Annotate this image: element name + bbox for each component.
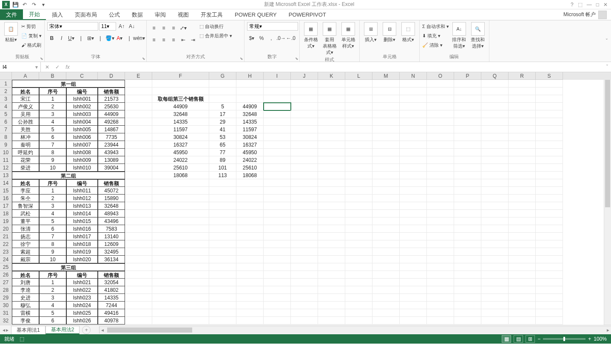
cell[interactable] [236, 248, 264, 256]
cell[interactable] [536, 141, 563, 149]
row-header[interactable]: 25 [0, 263, 12, 271]
cell[interactable] [481, 95, 509, 103]
cell[interactable] [125, 133, 152, 141]
cell[interactable] [454, 164, 481, 172]
cell[interactable]: 48943 [98, 210, 125, 217]
cell[interactable] [264, 225, 291, 233]
cell[interactable] [536, 187, 563, 195]
cell[interactable] [372, 95, 400, 103]
close-icon[interactable]: ✕ [603, 2, 608, 8]
cell[interactable] [264, 179, 291, 187]
cell[interactable] [481, 164, 509, 172]
cell[interactable] [345, 225, 372, 233]
cell[interactable] [454, 240, 481, 248]
cell[interactable]: lshh013 [66, 202, 98, 210]
cell[interactable] [509, 118, 536, 126]
column-header[interactable]: G [209, 72, 236, 80]
cell[interactable] [400, 271, 427, 279]
row-header[interactable]: 16 [0, 195, 12, 202]
cell[interactable]: 李俊 [12, 317, 39, 324]
cell[interactable] [427, 95, 454, 103]
cell[interactable]: 序号 [39, 271, 66, 279]
cell[interactable] [264, 202, 291, 210]
cell[interactable]: lshh026 [66, 317, 98, 324]
cell[interactable] [372, 279, 400, 286]
cell[interactable] [291, 286, 318, 294]
cell[interactable] [509, 217, 536, 225]
cell[interactable] [209, 271, 236, 279]
cell[interactable] [509, 195, 536, 202]
cell[interactable] [291, 210, 318, 217]
cell[interactable] [209, 286, 236, 294]
cell[interactable] [318, 156, 345, 164]
cell[interactable] [264, 164, 291, 172]
sheet-nav-first-icon[interactable]: ◂ [3, 327, 5, 333]
tab-page-layout[interactable]: 页面布局 [69, 9, 103, 20]
cell[interactable] [400, 217, 427, 225]
cell[interactable]: 10 [39, 164, 66, 172]
cell[interactable] [400, 187, 427, 195]
cell[interactable]: 8 [39, 240, 66, 248]
cell[interactable] [209, 95, 236, 103]
cell[interactable]: 3 [39, 294, 66, 302]
cell[interactable] [318, 80, 345, 87]
cell[interactable] [454, 217, 481, 225]
cell[interactable] [454, 149, 481, 156]
cell[interactable] [481, 210, 509, 217]
cell[interactable] [264, 256, 291, 263]
cell[interactable] [236, 256, 264, 263]
cell[interactable]: lshh025 [66, 309, 98, 317]
cell[interactable]: 吴用 [12, 110, 39, 118]
cell[interactable]: lshh020 [66, 256, 98, 263]
cell[interactable] [427, 210, 454, 217]
cell[interactable]: 24022 [152, 156, 209, 164]
cell[interactable] [264, 126, 291, 133]
row-header[interactable]: 1 [0, 80, 12, 87]
cell[interactable]: lshh023 [66, 294, 98, 302]
cell[interactable] [400, 103, 427, 110]
cell[interactable] [481, 179, 509, 187]
cell[interactable] [536, 210, 563, 217]
cell[interactable] [509, 240, 536, 248]
cell[interactable]: 18068 [152, 172, 209, 179]
cell[interactable] [509, 172, 536, 179]
row-header[interactable]: 27 [0, 279, 12, 286]
cell[interactable] [125, 164, 152, 172]
cell[interactable] [400, 309, 427, 317]
cell[interactable]: 3 [39, 202, 66, 210]
cell[interactable] [291, 263, 318, 271]
tab-home[interactable]: 开始 [23, 9, 46, 20]
cell[interactable] [427, 240, 454, 248]
cell[interactable] [372, 187, 400, 195]
cell[interactable]: 13089 [98, 156, 125, 164]
phonetic-button[interactable]: wén▾ [134, 34, 144, 42]
cell[interactable] [152, 217, 209, 225]
column-header[interactable]: D [98, 72, 125, 80]
cell[interactable]: 18068 [236, 172, 264, 179]
cell[interactable] [509, 263, 536, 271]
format-table-button[interactable]: ▦套用 表格格式▾ [321, 22, 338, 56]
cell[interactable] [345, 172, 372, 179]
cell[interactable] [481, 286, 509, 294]
cell[interactable] [536, 294, 563, 302]
tab-review[interactable]: 审阅 [149, 9, 172, 20]
cell[interactable] [345, 179, 372, 187]
cell[interactable] [209, 210, 236, 217]
cell[interactable] [318, 317, 345, 324]
cell[interactable] [291, 95, 318, 103]
cell[interactable] [400, 248, 427, 256]
cell[interactable] [481, 118, 509, 126]
cell[interactable] [400, 80, 427, 87]
zoom-slider[interactable] [543, 338, 585, 340]
cell[interactable] [372, 179, 400, 187]
cell[interactable]: 7 [39, 141, 66, 149]
cell[interactable] [536, 179, 563, 187]
cell[interactable] [400, 172, 427, 179]
cell[interactable] [400, 95, 427, 103]
cell[interactable]: lshh002 [66, 103, 98, 110]
align-left-button[interactable]: ≡ [149, 36, 159, 44]
align-right-button[interactable]: ≡ [169, 36, 178, 44]
column-header[interactable]: N [400, 72, 427, 80]
cell[interactable] [125, 149, 152, 156]
cell[interactable] [291, 156, 318, 164]
